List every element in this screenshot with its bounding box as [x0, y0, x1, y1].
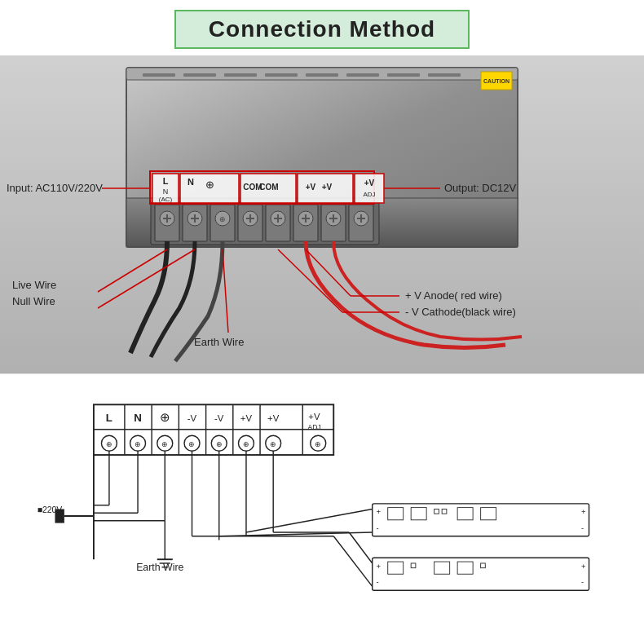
- svg-text:⊕: ⊕: [315, 439, 321, 448]
- svg-text:ADJ: ADJ: [363, 191, 375, 198]
- svg-text:+: +: [581, 562, 586, 571]
- svg-text:(AC): (AC): [159, 196, 173, 203]
- photo-section: CAUTION ⊕: [0, 55, 644, 373]
- title-section: Connection Method: [0, 0, 644, 55]
- svg-rect-5: [224, 73, 257, 77]
- svg-rect-143: [373, 558, 589, 590]
- svg-rect-4: [183, 73, 216, 77]
- svg-text:+V: +V: [306, 183, 316, 192]
- svg-rect-7: [306, 73, 338, 77]
- svg-text:N: N: [134, 412, 142, 424]
- page-wrapper: Connection Method: [0, 0, 644, 644]
- svg-text:⊕: ⊕: [216, 439, 223, 448]
- svg-rect-3: [143, 73, 175, 77]
- svg-text:⊕: ⊕: [106, 439, 112, 448]
- svg-text:⊕: ⊕: [135, 439, 141, 448]
- diagram-section: L N ⊕ -V -V +V +V +V ADJ ⊕ ⊕ ⊕ ⊕ ⊕: [0, 373, 644, 644]
- svg-rect-6: [265, 73, 298, 77]
- svg-text:-V: -V: [187, 413, 197, 423]
- svg-rect-8: [346, 73, 379, 77]
- svg-text:+: +: [376, 562, 381, 571]
- svg-text:N: N: [163, 187, 169, 196]
- svg-text:L: L: [106, 412, 112, 424]
- svg-text:⊕: ⊕: [270, 439, 276, 448]
- svg-text:+V: +V: [267, 413, 280, 423]
- svg-line-153: [246, 509, 373, 532]
- svg-text:⊕: ⊕: [161, 439, 168, 448]
- svg-text:-: -: [376, 577, 378, 586]
- svg-rect-10: [428, 73, 461, 77]
- svg-rect-9: [387, 73, 420, 77]
- svg-text:+V: +V: [308, 412, 320, 421]
- svg-text:Output: DC12V: Output: DC12V: [444, 182, 516, 194]
- svg-text:ADJ: ADJ: [307, 423, 320, 431]
- svg-text:Live Wire: Live Wire: [12, 279, 56, 291]
- svg-text:Input: AC110V/220V: Input: AC110V/220V: [7, 182, 103, 194]
- svg-text:⊕: ⊕: [243, 439, 249, 448]
- svg-text:Null Wire: Null Wire: [12, 295, 55, 307]
- svg-text:+V: +V: [364, 179, 375, 187]
- svg-line-156: [349, 532, 372, 563]
- svg-text:⊕: ⊕: [160, 410, 170, 424]
- svg-text:-V: -V: [214, 413, 224, 423]
- svg-text:+ V  Anode( red wire): + V Anode( red wire): [405, 289, 502, 302]
- svg-text:-: -: [581, 523, 584, 532]
- svg-text:+: +: [581, 507, 586, 516]
- svg-text:L: L: [163, 176, 169, 186]
- svg-text:⊕: ⊕: [205, 179, 214, 191]
- svg-text:-: -: [581, 577, 584, 586]
- svg-text:⊕: ⊕: [189, 439, 196, 448]
- svg-text:+V: +V: [240, 413, 253, 423]
- page-title: Connection Method: [174, 10, 470, 49]
- svg-text:+: +: [376, 507, 381, 516]
- svg-text:COM: COM: [259, 183, 278, 192]
- svg-text:N: N: [187, 177, 194, 187]
- svg-text:-: -: [376, 523, 378, 532]
- svg-text:CAUTION: CAUTION: [483, 78, 509, 84]
- svg-text:- V  Cathode(black wire): - V Cathode(black wire): [405, 306, 516, 318]
- svg-line-158: [333, 536, 372, 587]
- svg-text:■220V: ■220V: [37, 505, 63, 514]
- svg-text:Earth Wire: Earth Wire: [194, 336, 244, 348]
- svg-text:⊕: ⊕: [219, 215, 226, 223]
- svg-text:+V: +V: [322, 183, 333, 192]
